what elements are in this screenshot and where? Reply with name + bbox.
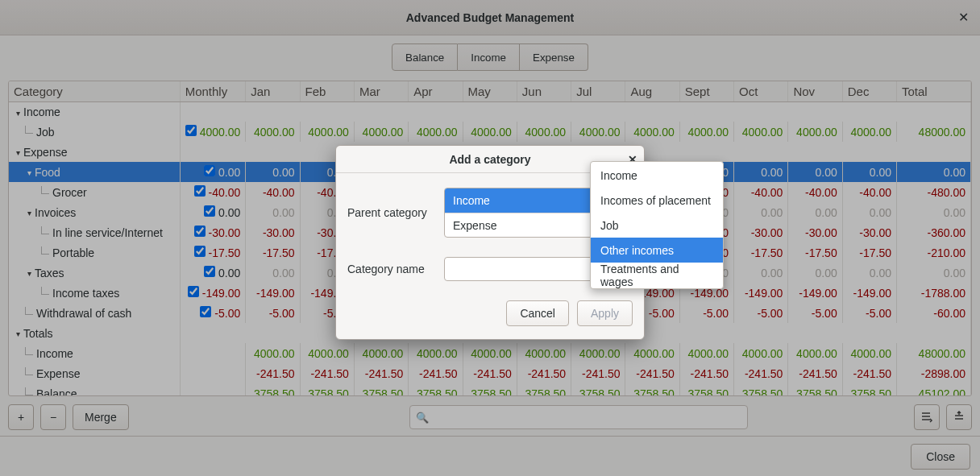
col-jan[interactable]: Jan xyxy=(246,81,300,101)
cell-label: Expense xyxy=(23,146,67,159)
cell-label: Food xyxy=(35,166,60,179)
monthly-value: 0.00 xyxy=(218,166,240,179)
row-job[interactable]: Job 4000.00 4000.004000.004000.004000.00… xyxy=(9,122,971,142)
submenu-item-treatments-and-wages[interactable]: Treatments and wages xyxy=(591,263,723,288)
window-close-button[interactable]: ✕ xyxy=(954,9,972,27)
col-feb[interactable]: Feb xyxy=(300,81,354,101)
col-jun[interactable]: Jun xyxy=(517,81,571,101)
monthly-value: -30.00 xyxy=(209,226,241,239)
monthly-value: -149.00 xyxy=(202,287,240,300)
cell-label: Portable xyxy=(52,246,94,259)
total-value: 48000.00 xyxy=(897,343,971,363)
bottom-toolbar: + − Merge 🔍 xyxy=(8,403,972,432)
search-icon: 🔍 xyxy=(416,412,429,424)
monthly-check[interactable] xyxy=(194,226,206,237)
col-may[interactable]: May xyxy=(463,81,517,101)
col-apr[interactable]: Apr xyxy=(409,81,463,101)
submenu-item-income[interactable]: Income xyxy=(591,163,723,188)
monthly-check[interactable] xyxy=(194,185,206,197)
tree-branch-icon xyxy=(25,307,33,315)
cell-label: Withdrawal of cash xyxy=(36,307,131,320)
total-value: -360.00 xyxy=(897,222,971,242)
col-oct[interactable]: Oct xyxy=(734,81,788,101)
monthly-value: 0.00 xyxy=(218,206,240,219)
cell-label: Income taxes xyxy=(52,287,119,300)
row-total-expense[interactable]: Expense -241.50-241.50-241.50-241.50-241… xyxy=(9,363,971,383)
collapse-all-icon xyxy=(953,411,965,424)
tree-branch-icon xyxy=(41,186,49,194)
col-category[interactable]: Category xyxy=(9,81,180,101)
tree-branch-icon xyxy=(41,246,49,255)
cancel-button[interactable]: Cancel xyxy=(506,300,569,326)
window-title: Advanced Budget Management xyxy=(406,11,574,24)
total-value: -480.00 xyxy=(897,182,971,202)
tree-branch-icon xyxy=(25,126,33,134)
monthly-value: 0.00 xyxy=(218,267,240,279)
monthly-check[interactable] xyxy=(200,306,211,317)
submenu-item-incomes-of-placement[interactable]: Incomes of placement xyxy=(591,188,723,213)
cell-label: Expense xyxy=(36,367,80,380)
total-value: -2898.00 xyxy=(897,363,971,383)
col-dec[interactable]: Dec xyxy=(842,81,896,101)
tab-balance[interactable]: Balance xyxy=(392,43,458,71)
monthly-check[interactable] xyxy=(204,266,215,277)
submenu-item-job[interactable]: Job xyxy=(591,213,723,238)
col-total[interactable]: Total xyxy=(897,81,971,101)
cell-label: Invoices xyxy=(35,206,76,219)
expander-icon[interactable]: ▾ xyxy=(14,329,22,338)
col-aug[interactable]: Aug xyxy=(625,81,679,101)
monthly-check[interactable] xyxy=(204,205,215,217)
cell-label: In line service/Internet xyxy=(52,226,163,239)
expand-all-button[interactable] xyxy=(914,404,940,430)
total-value: -210.00 xyxy=(897,242,971,263)
expander-icon[interactable]: ▾ xyxy=(14,148,22,157)
monthly-value: 4000.00 xyxy=(200,126,241,139)
merge-button[interactable]: Merge xyxy=(73,404,129,430)
row-total-balance[interactable]: Balance 3758.503758.503758.503758.503758… xyxy=(9,383,971,396)
total-value: 0.00 xyxy=(897,162,971,182)
expander-icon[interactable]: ▾ xyxy=(25,209,33,217)
expander-icon[interactable]: ▾ xyxy=(14,109,22,118)
dialog-title: Add a category xyxy=(449,153,530,166)
minus-icon: − xyxy=(50,411,56,424)
tree-branch-icon xyxy=(41,226,49,234)
expander-icon[interactable]: ▾ xyxy=(25,168,33,177)
collapse-all-button[interactable] xyxy=(946,404,972,430)
table-header-row: Category Monthly Jan Feb Mar Apr May Jun… xyxy=(9,81,971,101)
view-switcher: Balance Income Expense xyxy=(8,35,972,81)
close-button[interactable]: Close xyxy=(911,444,970,470)
total-value: 48000.00 xyxy=(897,122,971,142)
titlebar: Advanced Budget Management ✕ xyxy=(0,0,980,35)
col-jul[interactable]: Jul xyxy=(571,81,625,101)
col-nov[interactable]: Nov xyxy=(788,81,842,101)
row-total-income[interactable]: Income 4000.004000.004000.004000.004000.… xyxy=(9,343,971,363)
monthly-check[interactable] xyxy=(194,246,206,257)
total-value: -60.00 xyxy=(897,303,971,323)
apply-button[interactable]: Apply xyxy=(577,300,633,326)
monthly-check[interactable] xyxy=(204,165,215,176)
category-name-label: Category name xyxy=(347,263,444,275)
cell-label: Grocer xyxy=(52,186,87,199)
expand-all-icon xyxy=(920,411,933,424)
add-button[interactable]: + xyxy=(8,404,34,430)
submenu-item-other-incomes[interactable]: Other incomes xyxy=(591,238,723,263)
tree-branch-icon xyxy=(41,287,49,295)
tab-expense[interactable]: Expense xyxy=(520,43,588,71)
remove-button[interactable]: − xyxy=(40,404,66,430)
tree-branch-icon xyxy=(25,347,33,355)
total-value: 45102.00 xyxy=(897,383,971,396)
col-sep[interactable]: Sept xyxy=(679,81,733,101)
row-income-group[interactable]: ▾Income xyxy=(9,101,971,122)
total-value: 0.00 xyxy=(897,263,971,283)
expander-icon[interactable]: ▾ xyxy=(25,269,33,278)
cell-label: Balance xyxy=(36,387,77,397)
tree-branch-icon xyxy=(25,367,33,375)
total-value: -1788.00 xyxy=(897,283,971,303)
monthly-check[interactable] xyxy=(188,286,199,297)
search-input[interactable] xyxy=(409,405,748,429)
col-mar[interactable]: Mar xyxy=(354,81,408,101)
monthly-check[interactable] xyxy=(185,125,197,136)
col-monthly[interactable]: Monthly xyxy=(180,81,246,101)
tab-income[interactable]: Income xyxy=(458,43,520,71)
cell-label: Totals xyxy=(23,327,53,340)
